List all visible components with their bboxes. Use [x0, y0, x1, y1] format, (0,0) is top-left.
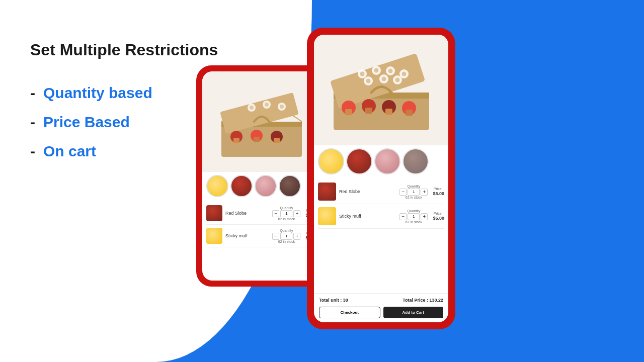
thumb-large-3[interactable]	[374, 148, 400, 174]
svg-rect-10	[233, 138, 239, 143]
thumbnail-row-small	[202, 172, 321, 200]
stock-label-1: 62 in stock	[278, 217, 295, 221]
svg-point-25	[401, 72, 406, 76]
product-thumb-2	[206, 228, 222, 244]
thumb-large-1[interactable]	[318, 148, 344, 174]
totals-row: Total unit : 30 Total Price : 130.22	[319, 298, 443, 303]
feature-quantity-text: Quantity based	[43, 84, 152, 102]
total-price: Total Price : 130.22	[403, 298, 443, 303]
minus-btn-large-1[interactable]: −	[399, 189, 407, 196]
feature-cart-text: On cart	[43, 143, 96, 160]
svg-point-7	[265, 103, 269, 107]
product-image-small	[202, 71, 321, 172]
svg-rect-12	[254, 137, 260, 142]
minus-btn-1[interactable]: −	[272, 210, 279, 217]
svg-point-6	[250, 106, 254, 110]
total-units: Total unit : 30	[319, 298, 348, 303]
price-header-large-1: Price	[434, 187, 442, 191]
product-image-large	[314, 35, 448, 145]
product-list-small: Red Slobe Quantity − + 62 in stock Price…	[202, 200, 321, 281]
qty-header-2: Quantity	[280, 229, 293, 232]
checkout-button[interactable]: Checkout	[319, 307, 380, 318]
product-list-large: Red Slobe Quantity − + 62 in stock Price…	[314, 177, 448, 293]
qty-control-2[interactable]: − +	[272, 233, 300, 240]
qty-group-large-1: Quantity − + 62 in stock	[399, 185, 428, 199]
svg-rect-39	[406, 110, 413, 116]
thumb-large-4[interactable]	[403, 148, 429, 174]
table-row: Red Slobe Quantity − + 62 in stock Price…	[206, 202, 317, 225]
qty-header-1: Quantity	[280, 206, 293, 210]
box-illustration-small	[211, 81, 312, 162]
thumb-small-4[interactable]	[279, 175, 301, 197]
phone-large: Red Slobe Quantity − + 62 in stock Price…	[307, 28, 455, 329]
phone-large-inner: Red Slobe Quantity − + 62 in stock Price…	[314, 35, 448, 322]
plus-btn-large-2[interactable]: +	[421, 213, 428, 220]
price-group-large-2: Price $5.00	[431, 212, 444, 221]
qty-control-large-2[interactable]: − +	[399, 213, 428, 220]
price-value-large-2: $5.00	[433, 216, 444, 221]
product-thumb-1	[206, 205, 222, 221]
qty-input-1[interactable]	[280, 210, 292, 217]
dash-1: -	[30, 84, 35, 102]
qty-group-2: Quantity − + 62 in stock	[272, 229, 300, 243]
product-thumb-large-2	[318, 207, 336, 225]
qty-group-1: Quantity − + 62 in stock	[272, 206, 300, 221]
table-row: Sticky muff Quantity − + 62 in stock Pri…	[206, 225, 317, 247]
qty-control-1[interactable]: − +	[272, 210, 300, 217]
price-group-large-1: Price $5.00	[431, 187, 444, 196]
table-row: Sticky muff Quantity − + 62 in stock Pri…	[318, 204, 444, 229]
stock-label-2: 62 in stock	[278, 240, 295, 243]
main-title: Set Multiple Restrictions	[30, 40, 272, 59]
phone-small-inner: Red Slobe Quantity − + 62 in stock Price…	[202, 71, 321, 281]
qty-input-large-1[interactable]	[408, 189, 420, 196]
thumbnail-row-large	[314, 145, 448, 177]
price-value-large-1: $5.00	[433, 191, 444, 196]
product-name-1: Red Slobe	[225, 211, 269, 216]
svg-point-30	[381, 77, 386, 81]
dash-3: -	[30, 143, 35, 160]
product-thumb-large-1	[318, 183, 336, 201]
thumb-large-2[interactable]	[346, 148, 372, 174]
plus-btn-1[interactable]: +	[293, 210, 300, 217]
svg-point-8	[280, 105, 284, 109]
box-illustration-large	[326, 45, 437, 135]
qty-input-large-2[interactable]	[408, 213, 420, 220]
action-buttons: Checkout Add to Cart	[319, 307, 443, 318]
svg-rect-35	[365, 108, 372, 114]
add-to-cart-button[interactable]: Add to Cart	[383, 307, 444, 318]
stock-label-large-1: 62 in stock	[406, 196, 422, 199]
svg-point-24	[388, 69, 392, 73]
thumb-small-1[interactable]	[206, 175, 228, 197]
svg-rect-37	[385, 109, 392, 115]
minus-btn-2[interactable]: −	[272, 233, 279, 240]
thumb-small-2[interactable]	[230, 175, 253, 197]
plus-btn-large-1[interactable]: +	[421, 189, 428, 196]
svg-point-22	[360, 72, 364, 76]
thumb-small-3[interactable]	[255, 175, 277, 197]
svg-rect-33	[345, 109, 352, 115]
plus-btn-2[interactable]: +	[293, 233, 300, 240]
svg-rect-14	[274, 138, 280, 143]
feature-price-text: Price Based	[43, 114, 130, 131]
product-name-large-1: Red Slobe	[339, 189, 396, 194]
totals-bar: Total unit : 30 Total Price : 130.22 Che…	[314, 293, 448, 322]
qty-input-2[interactable]	[280, 233, 292, 240]
qty-control-large-1[interactable]: − +	[399, 189, 428, 196]
product-name-large-2: Sticky muff	[339, 214, 396, 219]
qty-header-large-2: Quantity	[407, 209, 420, 213]
svg-point-23	[374, 68, 378, 73]
product-name-2: Sticky muff	[225, 233, 269, 238]
price-header-large-2: Price	[434, 212, 442, 215]
svg-point-31	[395, 78, 399, 82]
qty-header-large-1: Quantity	[407, 185, 420, 188]
svg-point-29	[366, 79, 370, 83]
minus-btn-large-2[interactable]: −	[399, 213, 407, 220]
stock-label-large-2: 62 in stock	[406, 220, 422, 224]
qty-group-large-2: Quantity − + 62 in stock	[399, 209, 428, 224]
table-row: Red Slobe Quantity − + 62 in stock Price…	[318, 179, 444, 204]
dash-2: -	[30, 114, 35, 131]
